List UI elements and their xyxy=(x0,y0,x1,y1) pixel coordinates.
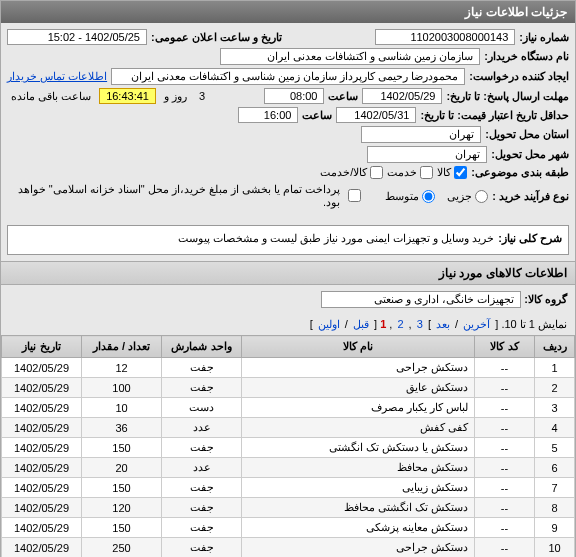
cell-code: -- xyxy=(475,538,535,558)
cell-name: دستکش محافظ xyxy=(242,458,475,478)
pager-page-2[interactable]: 2 xyxy=(397,318,403,330)
time-label-2: ساعت xyxy=(302,109,332,122)
class-service[interactable]: خدمت xyxy=(387,166,433,179)
cell-unit: جفت xyxy=(162,538,242,558)
cell-code: -- xyxy=(475,358,535,378)
cell-row: 9 xyxy=(535,518,575,538)
description-box: شرح کلی نیاز: خرید وسایل و تجهیزات ایمنی… xyxy=(7,225,569,255)
class-goods-checkbox[interactable] xyxy=(454,166,467,179)
process-medium[interactable]: متوسط xyxy=(385,190,435,203)
cell-unit: عدد xyxy=(162,458,242,478)
cell-qty: 12 xyxy=(82,358,162,378)
cell-date: 1402/05/29 xyxy=(2,378,82,398)
cell-unit: دست xyxy=(162,398,242,418)
payment-checkbox[interactable] xyxy=(348,189,361,202)
process-medium-label: متوسط xyxy=(385,190,419,203)
cell-qty: 150 xyxy=(82,478,162,498)
cell-date: 1402/05/29 xyxy=(2,498,82,518)
cell-qty: 150 xyxy=(82,438,162,458)
validity-label: حداقل تاریخ اعتبار قیمت: تا تاریخ: xyxy=(420,109,569,122)
pager: نمایش 1 تا 10. [ آخرین / بعد ] 3 , 2 , 1… xyxy=(1,314,575,335)
announce-value: 1402/05/25 - 15:02 xyxy=(7,29,147,45)
cell-unit: جفت xyxy=(162,438,242,458)
group-value: تجهیزات خانگی، اداری و صنعتی xyxy=(321,291,521,308)
cell-qty: 100 xyxy=(82,378,162,398)
cell-qty: 20 xyxy=(82,458,162,478)
cell-qty: 120 xyxy=(82,498,162,518)
form-area: شماره نیاز: 1102003008000143 تاریخ و ساع… xyxy=(1,23,575,219)
deadline-label: مهلت ارسال پاسخ: تا تاریخ: xyxy=(446,90,569,103)
class-both[interactable]: کالا/خدمت xyxy=(320,166,383,179)
cell-name: دستکش عایق xyxy=(242,378,475,398)
table-row: 7--دستکش زیباییجفت1501402/05/29 xyxy=(2,478,575,498)
delivery-city: تهران xyxy=(367,146,487,163)
pager-next[interactable]: بعد xyxy=(436,318,450,330)
cell-name: دستکش معاینه پزشکی xyxy=(242,518,475,538)
cell-code: -- xyxy=(475,438,535,458)
cell-row: 7 xyxy=(535,478,575,498)
deadline-time: 08:00 xyxy=(264,88,324,104)
cell-qty: 150 xyxy=(82,518,162,538)
cell-name: دستکش یا دستکش تک انگشتی xyxy=(242,438,475,458)
cell-qty: 250 xyxy=(82,538,162,558)
process-small-label: جزیی xyxy=(447,190,472,203)
contact-link[interactable]: اطلاعات تماس خریدار xyxy=(7,70,107,83)
cell-unit: عدد xyxy=(162,418,242,438)
th-date: تاریخ نیاز xyxy=(2,336,82,358)
cell-row: 8 xyxy=(535,498,575,518)
process-small[interactable]: جزیی xyxy=(447,190,488,203)
main-panel: جزئیات اطلاعات نیاز شماره نیاز: 11020030… xyxy=(0,0,576,557)
pager-first[interactable]: اولین xyxy=(318,318,340,330)
process-medium-radio[interactable] xyxy=(422,190,435,203)
cell-qty: 10 xyxy=(82,398,162,418)
cell-name: دستکش جراحی xyxy=(242,358,475,378)
cell-name: دستکش تک انگشتی محافظ xyxy=(242,498,475,518)
cell-name: کفی کفش xyxy=(242,418,475,438)
cell-unit: جفت xyxy=(162,358,242,378)
delivery-city-label: شهر محل تحویل: xyxy=(491,148,569,161)
table-row: 6--دستکش محافظعدد201402/05/29 xyxy=(2,458,575,478)
delivery-province: تهران xyxy=(361,126,481,143)
cell-name: دستکش زیبایی xyxy=(242,478,475,498)
cell-row: 6 xyxy=(535,458,575,478)
remaining-time: 16:43:41 xyxy=(99,88,156,104)
pager-last[interactable]: آخرین xyxy=(463,318,490,330)
cell-row: 5 xyxy=(535,438,575,458)
cell-row: 4 xyxy=(535,418,575,438)
payment-note: پرداخت تمام یا بخشی از مبلغ خرید،از محل … xyxy=(7,182,344,210)
announce-label: تاریخ و ساعت اعلان عمومی: xyxy=(151,31,282,44)
cell-qty: 36 xyxy=(82,418,162,438)
table-row: 2--دستکش عایقجفت1001402/05/29 xyxy=(2,378,575,398)
cell-code: -- xyxy=(475,478,535,498)
desc-label: شرح کلی نیاز: xyxy=(498,232,562,245)
class-service-checkbox[interactable] xyxy=(420,166,433,179)
process-small-radio[interactable] xyxy=(475,190,488,203)
creator-label: ایجاد کننده درخواست: xyxy=(469,70,569,83)
process-label: نوع فرآیند خرید : xyxy=(492,190,569,203)
remaining-label: ساعت باقی مانده xyxy=(7,89,95,104)
cell-date: 1402/05/29 xyxy=(2,538,82,558)
pager-prev[interactable]: قبل xyxy=(353,318,369,330)
th-unit: واحد شمارش xyxy=(162,336,242,358)
cell-code: -- xyxy=(475,398,535,418)
th-row: ردیف xyxy=(535,336,575,358)
class-goods[interactable]: کالا xyxy=(437,166,467,179)
th-name: نام کالا xyxy=(242,336,475,358)
cell-row: 3 xyxy=(535,398,575,418)
delivery-province-label: استان محل تحویل: xyxy=(485,128,569,141)
table-row: 9--دستکش معاینه پزشکیجفت1501402/05/29 xyxy=(2,518,575,538)
cell-date: 1402/05/29 xyxy=(2,418,82,438)
validity-date: 1402/05/31 xyxy=(336,107,416,123)
buyer-label: نام دستگاه خریدار: xyxy=(484,50,569,63)
cell-date: 1402/05/29 xyxy=(2,458,82,478)
pager-page-3[interactable]: 3 xyxy=(417,318,423,330)
cell-name: لباس کار یکبار مصرف xyxy=(242,398,475,418)
table-row: 10--دستکش جراحیجفت2501402/05/29 xyxy=(2,538,575,558)
class-both-checkbox[interactable] xyxy=(370,166,383,179)
table-row: 4--کفی کفشعدد361402/05/29 xyxy=(2,418,575,438)
items-section-title: اطلاعات کالاهای مورد نیاز xyxy=(1,261,575,285)
need-no-label: شماره نیاز: xyxy=(519,31,569,44)
cell-date: 1402/05/29 xyxy=(2,398,82,418)
desc-text: خرید وسایل و تجهیزات ایمنی مورد نیاز طبق… xyxy=(178,232,495,245)
class-goods-label: کالا xyxy=(437,166,451,179)
